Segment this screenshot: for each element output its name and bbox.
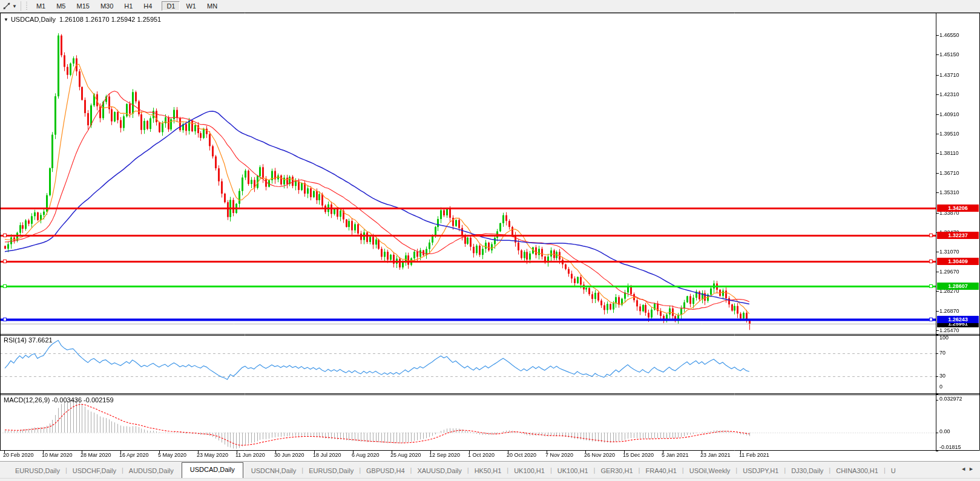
date-axis-label: 20 Oct 2020 <box>507 452 536 458</box>
timeframe-button-m5[interactable]: M5 <box>51 1 70 11</box>
rsi-axis-label: 100 <box>939 335 949 341</box>
chart-tab-usdcad-daily[interactable]: USDCAD,Daily <box>182 462 243 479</box>
price-axis-tick-label: 1.29670 <box>939 269 959 275</box>
chart-symbol-label: USDCAD,Daily <box>11 16 56 23</box>
chart-tab-usdcnh-daily[interactable]: USDCNH,Daily <box>245 464 303 479</box>
macd-indicator-label: MACD(12,26,9) -0.003436 -0.002159 <box>4 396 114 404</box>
date-axis-label: 25 Aug 2020 <box>390 452 421 458</box>
date-axis-label: 5 May 2020 <box>158 452 186 458</box>
date-axis-tick <box>314 451 315 453</box>
crosshair-tool-icon[interactable] <box>1 1 12 11</box>
chart-tab-dj30-daily[interactable]: DJ30,Daily <box>784 464 830 479</box>
toolbar-drag-handle[interactable] <box>25 2 28 10</box>
date-axis-tick <box>198 451 199 453</box>
date-axis-tick <box>120 451 121 453</box>
date-axis-tick <box>469 451 470 453</box>
date-axis-label: 30 Jun 2020 <box>274 452 304 458</box>
price-axis-tick-label: 1.31070 <box>939 249 959 255</box>
chart-tab-usoil-weekly[interactable]: USOil,Weekly <box>683 464 737 479</box>
mt4-window: ▼ M1M5M15M30H1H4D1W1MN ▼USDCAD,Daily 1.2… <box>0 0 980 481</box>
price-axis-tick-label: 1.45150 <box>939 51 959 57</box>
rsi-axis-label: 0 <box>939 384 942 390</box>
date-axis-label: 12 Sep 2020 <box>429 452 460 458</box>
date-axis-tick <box>159 451 160 453</box>
price-line-badge: 1.30409 <box>937 258 979 265</box>
macd-axis-label: 0.00 <box>939 428 950 434</box>
chart-tab-eurusd-daily[interactable]: EURUSD,Daily <box>302 464 360 479</box>
date-axis-tick <box>702 451 702 453</box>
date-axis-tick <box>237 451 237 453</box>
chart-tab-bar: EURUSD,Daily|USDCHF,Daily|AUDUSD,DailyUS… <box>0 461 980 479</box>
chart-tab-china300-h1[interactable]: CHINA300,H1 <box>829 464 885 479</box>
price-line-badge: 1.32237 <box>937 232 979 239</box>
date-axis-tick <box>585 451 586 453</box>
rsi-indicator-label: RSI(14) 37.6621 <box>4 336 53 344</box>
date-axis-label: 1 Oct 2020 <box>468 452 495 458</box>
tab-scroll-arrows: ◄► <box>958 466 976 472</box>
chart-tab-gbpusd-h4[interactable]: GBPUSD,H4 <box>360 464 412 479</box>
price-axis-tick-label: 1.43710 <box>939 72 959 78</box>
timeframe-toolbar: ▼ M1M5M15M30H1H4D1W1MN <box>0 0 980 13</box>
timeframe-button-m1[interactable]: M1 <box>31 1 50 11</box>
timeframe-button-d1[interactable]: D1 <box>162 1 180 11</box>
timeframe-button-w1[interactable]: W1 <box>181 1 201 11</box>
chart-tab-uk100-h1[interactable]: UK100,H1 <box>507 464 551 479</box>
chart-tab-u[interactable]: U <box>884 464 903 479</box>
price-axis-tick-label: 1.38110 <box>939 150 959 156</box>
date-axis-tick <box>275 451 276 453</box>
chart-tab-fra40-h1[interactable]: FRA40,H1 <box>639 464 683 479</box>
date-axis-label: 6 Aug 2020 <box>352 452 380 458</box>
date-axis-tick <box>740 451 741 453</box>
date-axis-label: 20 Feb 2020 <box>3 452 34 458</box>
date-axis-label: 10 Mar 2020 <box>42 452 73 458</box>
date-axis-label: 23 Jan 2021 <box>700 452 731 458</box>
date-axis-tick <box>4 451 5 453</box>
tab-scroll-left-icon[interactable]: ◄ <box>961 466 968 472</box>
chart-tab-usdchf-daily[interactable]: USDCHF,Daily <box>66 464 123 479</box>
chart-tab-xauusd-daily[interactable]: XAUUSD,Daily <box>410 464 468 479</box>
date-axis-label: 23 May 2020 <box>197 452 228 458</box>
tab-scroll-right-icon[interactable]: ► <box>968 466 976 472</box>
date-axis-label: 11 Feb 2021 <box>739 452 769 458</box>
date-axis-tick <box>353 451 354 453</box>
symbol-dropdown-icon[interactable]: ▼ <box>4 17 8 22</box>
date-axis-label: 26 Nov 2020 <box>584 452 615 458</box>
timeframe-button-m15[interactable]: M15 <box>71 1 94 11</box>
date-axis-tick <box>508 451 508 453</box>
date-axis-label: 15 Dec 2020 <box>623 452 654 458</box>
chart-title: ▼USDCAD,Daily 1.26108 1.26170 1.25942 1.… <box>4 16 161 23</box>
price-axis-tick-label: 1.39510 <box>939 131 959 137</box>
timeframe-button-h4[interactable]: H4 <box>139 1 157 11</box>
chart-tab-hk50-h1[interactable]: HK50,H1 <box>468 464 508 479</box>
chart-ohlc-values: 1.26108 1.26170 1.25942 1.25951 <box>59 16 161 23</box>
toolbar-divider <box>21 1 21 11</box>
price-line-badge: 1.26243 <box>937 316 979 323</box>
price-axis-tick-label: 1.46550 <box>939 32 959 38</box>
rsi-axis-label: 70 <box>939 350 945 356</box>
date-axis-label: 7 Nov 2020 <box>545 452 573 458</box>
date-axis-tick <box>663 451 663 453</box>
price-line-badge: 1.34206 <box>937 205 979 212</box>
chart-tab-ger30-h1[interactable]: GER30,H1 <box>594 464 639 479</box>
status-strip <box>0 478 980 481</box>
price-chart-canvas[interactable] <box>0 13 980 454</box>
date-axis-label: 18 Jul 2020 <box>313 452 341 458</box>
chart-tab-uk100-h1[interactable]: UK100,H1 <box>551 464 595 479</box>
date-axis-tick <box>82 451 82 453</box>
price-axis-tick-label: 1.25470 <box>939 327 959 333</box>
date-axis-tick <box>392 451 392 453</box>
chart-tab-audusd-daily[interactable]: AUDUSD,Daily <box>122 464 180 479</box>
timeframe-button-m30[interactable]: M30 <box>96 1 118 11</box>
chart-tab-eurusd-daily[interactable]: EURUSD,Daily <box>8 464 67 479</box>
timeframe-button-mn[interactable]: MN <box>202 1 222 11</box>
price-axis-tick-label: 1.35310 <box>939 189 959 195</box>
tool-dropdown-caret[interactable]: ▼ <box>12 4 17 9</box>
price-line-badge: 1.28607 <box>937 283 979 290</box>
chart-tab-usdjpy-h1[interactable]: USDJPY,H1 <box>736 464 785 479</box>
price-axis-tick-label: 1.26870 <box>939 308 959 314</box>
timeframe-button-h1[interactable]: H1 <box>119 1 137 11</box>
price-axis-tick-label: 1.36710 <box>939 170 959 176</box>
date-axis-label: 11 Jun 2020 <box>235 452 265 458</box>
date-axis-tick <box>624 451 625 453</box>
price-axis-tick-label: 1.42310 <box>939 91 959 97</box>
